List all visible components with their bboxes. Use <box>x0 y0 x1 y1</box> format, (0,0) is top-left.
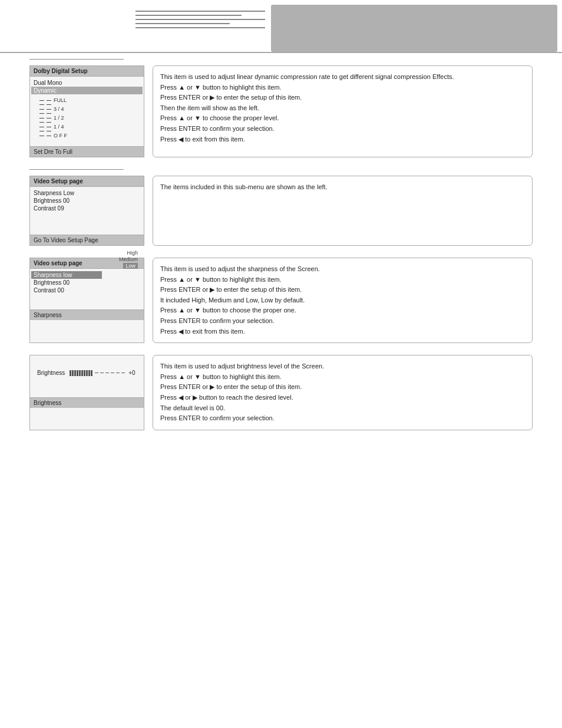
brightness-filled <box>70 370 92 376</box>
brightness-panel-footer: Brightness <box>30 397 144 408</box>
brightness-empty <box>95 373 125 373</box>
dynamic-level-3 <box>39 122 138 123</box>
dynamic-level-off: O F F <box>39 133 138 139</box>
video-overview-footer: Go To Video Setup Page <box>30 235 144 245</box>
sharpness-option-high: High <box>127 250 138 256</box>
dolby-description: This item is used to adjust linear dynam… <box>153 65 533 157</box>
video-overview-header: Video Setup page <box>30 176 144 187</box>
section-brightness: Brightness <box>29 355 533 430</box>
section-divider-video <box>29 169 124 170</box>
row-dolby: Dolby Digital Setup Dual Mono Dynamic FU… <box>29 65 533 157</box>
section-sharpness: Video setup page Sharpness low Brightnes… <box>29 258 533 343</box>
dynamic-level-12: 1 / 2 <box>39 115 138 121</box>
dolby-panel-body: Dual Mono Dynamic FULL <box>30 77 144 144</box>
header-line-4 <box>135 23 230 24</box>
sharpness-item-contrast: Contrast 00 <box>34 286 100 294</box>
video-item-sharpness: Sharpness Low <box>34 189 140 197</box>
sharpness-panel-footer: Sharpness <box>30 309 144 320</box>
header-line-5 <box>135 27 265 28</box>
brightness-panel: Brightness <box>29 355 144 430</box>
sharpness-item-sharpness: Sharpness low <box>31 271 102 279</box>
header-brand-box <box>271 5 557 52</box>
sharpness-item-brightness: Brightness 00 <box>34 279 100 286</box>
header-line-2 <box>135 15 242 16</box>
row-brightness: Brightness <box>29 355 533 430</box>
section-divider-dolby <box>29 59 124 60</box>
brightness-value: +0 <box>128 370 135 376</box>
dynamic-levels: FULL 3 / 4 <box>34 94 140 141</box>
brightness-bar: Brightness <box>34 365 140 381</box>
brightness-description: This item is used to adjust brightness l… <box>153 355 533 430</box>
sharpness-options: High Medium Low <box>119 250 140 269</box>
sharpness-option-low: Low <box>123 263 138 269</box>
page-header <box>0 0 562 53</box>
row-video-overview: Video Setup page Sharpness Low Brightnes… <box>29 176 533 246</box>
sharpness-panel: Video setup page Sharpness low Brightnes… <box>29 258 144 343</box>
dynamic-level-4 <box>39 131 138 131</box>
video-overview-panel: Video Setup page Sharpness Low Brightnes… <box>29 176 144 246</box>
sharpness-panel-body: Sharpness low Brightness 00 Contrast 00 … <box>30 269 144 307</box>
dolby-item-dynamic: Dynamic <box>31 87 143 94</box>
dynamic-level-14: 1 / 4 <box>39 124 138 130</box>
sharpness-description: This item is used to adjust the sharpnes… <box>153 258 533 343</box>
dynamic-level-full: FULL <box>39 97 138 103</box>
video-item-brightness: Brightness 00 <box>34 197 140 205</box>
dynamic-level-1 <box>39 104 138 105</box>
section-video-overview: Video Setup page Sharpness Low Brightnes… <box>29 169 533 246</box>
video-overview-description: The items included in this sub-menu are … <box>153 176 533 246</box>
dynamic-level-2 <box>39 113 138 114</box>
section-dolby: Dolby Digital Setup Dual Mono Dynamic FU… <box>29 59 533 157</box>
row-sharpness: Video setup page Sharpness low Brightnes… <box>29 258 533 343</box>
header-line-1 <box>135 11 265 12</box>
header-decoration <box>135 11 271 28</box>
main-content: Dolby Digital Setup Dual Mono Dynamic FU… <box>0 59 562 430</box>
video-overview-body: Sharpness Low Brightness 00 Contrast 09 <box>30 187 144 232</box>
sharpness-option-medium: Medium <box>119 256 138 262</box>
brightness-panel-body: Brightness <box>30 355 144 395</box>
header-line-3 <box>135 19 265 20</box>
header-left <box>0 0 271 52</box>
brightness-label: Brightness <box>37 370 65 376</box>
dynamic-level-34: 3 / 4 <box>39 106 138 112</box>
dolby-panel-header: Dolby Digital Setup <box>30 66 144 77</box>
dolby-item-dual-mono: Dual Mono <box>34 79 140 87</box>
video-item-contrast: Contrast 09 <box>34 205 140 212</box>
dolby-panel: Dolby Digital Setup Dual Mono Dynamic FU… <box>29 65 144 157</box>
dolby-panel-footer: Set Dre To Full <box>30 146 144 157</box>
